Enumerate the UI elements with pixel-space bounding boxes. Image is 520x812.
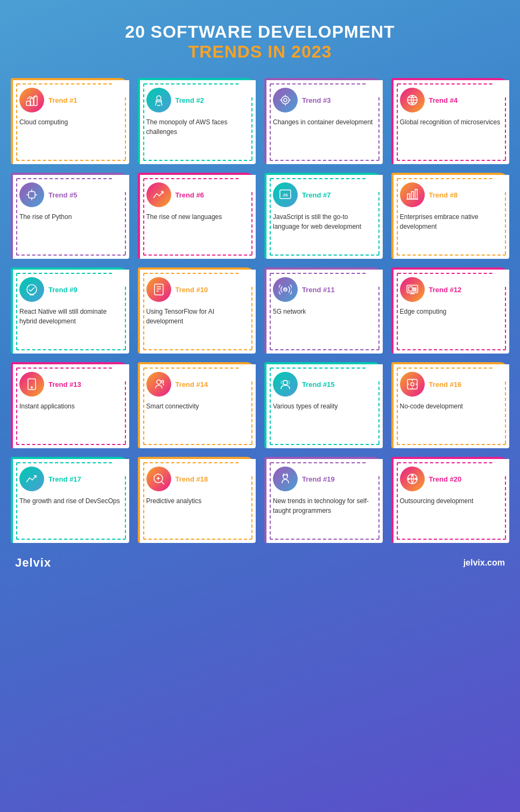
trend-label-4: Trend #4	[429, 96, 458, 104]
trend-desc-17: The growth and rise of DevSecOps	[19, 497, 123, 506]
trend-desc-20: Outsourcing development	[400, 497, 503, 506]
svg-text:5G: 5G	[284, 287, 287, 291]
svg-point-40	[411, 475, 413, 476]
card-header-1: Trend #1	[19, 88, 123, 112]
trend-label-9: Trend #9	[48, 286, 77, 294]
trend-desc-10: Using TensorFlow for AI development	[146, 307, 250, 326]
card-header-14: Trend #14	[146, 372, 250, 397]
trend-label-3: Trend #3	[302, 96, 331, 104]
svg-line-34	[161, 482, 164, 484]
card-header-16: Trend #16	[400, 372, 503, 397]
svg-rect-13	[415, 189, 417, 199]
svg-text:JS: JS	[283, 193, 288, 197]
trend-icon-10	[146, 277, 171, 302]
trend-card-11: 5G Trend #11 5G network	[264, 267, 383, 354]
trend-card-5: Trend #5 The rise of Python	[11, 173, 129, 259]
trend-label-6: Trend #6	[175, 191, 204, 199]
trend-icon-11: 5G	[273, 277, 298, 302]
trend-icon-9	[19, 277, 44, 302]
trend-icon-4	[400, 88, 425, 112]
trend-label-10: Trend #10	[175, 286, 208, 294]
trend-label-8: Trend #8	[429, 191, 458, 199]
svg-point-26	[31, 387, 32, 388]
trend-icon-17	[19, 467, 44, 491]
trend-label-16: Trend #16	[429, 380, 462, 389]
trend-desc-12: Edge computing	[400, 307, 503, 316]
card-header-18: Trend #18	[146, 467, 250, 491]
card-header-4: Trend #4	[400, 88, 503, 112]
trend-icon-12	[400, 277, 425, 302]
trend-card-12: Trend #12 Edge computing	[391, 267, 510, 354]
trend-label-14: Trend #14	[175, 380, 208, 389]
svg-rect-11	[407, 194, 410, 199]
svg-point-29	[283, 380, 287, 385]
svg-rect-22	[409, 287, 412, 291]
trend-label-11: Trend #11	[302, 286, 335, 294]
trend-card-18: Trend #18 Predictive analytics	[138, 457, 256, 543]
trend-desc-14: Smart connectivity	[146, 402, 250, 411]
card-header-7: JS Trend #7	[273, 182, 376, 207]
trend-label-19: Trend #19	[302, 475, 335, 483]
trend-label-18: Trend #18	[175, 475, 208, 483]
trend-icon-15	[273, 372, 298, 397]
card-header-17: Trend #17	[19, 467, 123, 491]
trend-card-9: Trend #9 React Native will still dominat…	[11, 267, 129, 354]
trend-card-19: Trend #19 New trends in technology for s…	[264, 457, 383, 543]
trend-desc-19: New trends in technology for self-taught…	[273, 497, 376, 516]
trend-card-6: Trend #6 The rise of new languages	[138, 173, 256, 259]
trend-label-2: Trend #2	[175, 96, 204, 104]
card-header-2: Trend #2	[146, 88, 250, 112]
trend-label-20: Trend #20	[429, 475, 462, 483]
svg-rect-4	[156, 100, 161, 102]
header-line1: 20 SOFTWARE DEVELOPMENT	[11, 22, 509, 42]
footer-logo: Jelvix	[15, 556, 51, 570]
card-header-5: Trend #5	[19, 182, 123, 207]
trend-card-7: JS Trend #7 JavaScript is still the go-t…	[264, 173, 383, 259]
trend-desc-15: Various types of reality	[273, 402, 376, 411]
trend-card-13: Trend #13 Instant applications	[11, 362, 129, 448]
svg-rect-15	[154, 284, 163, 295]
trend-desc-8: Enterprises embrace native development	[400, 213, 503, 231]
trend-card-10: Trend #10 Using TensorFlow for AI develo…	[138, 267, 256, 354]
trend-desc-5: The rise of Python	[19, 213, 123, 222]
svg-point-27	[157, 380, 161, 384]
trend-desc-2: The monopoly of AWS faces challenges	[146, 118, 250, 137]
trend-icon-19	[273, 467, 298, 491]
trend-desc-18: Predictive analytics	[146, 497, 250, 506]
header-line2: TRENDS IN 2023	[11, 42, 509, 62]
trends-grid: Trend #1 Cloud computing Trend #2 The mo…	[11, 78, 509, 543]
trend-desc-13: Instant applications	[19, 402, 123, 411]
trend-label-5: Trend #5	[48, 191, 77, 199]
trend-label-12: Trend #12	[429, 286, 462, 294]
trend-icon-16	[400, 372, 425, 397]
trend-label-17: Trend #17	[48, 475, 81, 483]
trend-label-15: Trend #15	[302, 380, 335, 389]
trend-desc-16: No-code development	[400, 402, 503, 411]
svg-point-5	[284, 98, 287, 102]
card-header-10: Trend #10	[146, 277, 250, 302]
trend-desc-3: Changes in container development	[273, 118, 376, 127]
card-header-15: Trend #15	[273, 372, 376, 397]
trend-desc-9: React Native will still dominate hybrid …	[19, 307, 123, 326]
trend-icon-7: JS	[273, 182, 298, 207]
page-footer: Jelvix jelvix.com	[11, 556, 509, 570]
svg-rect-24	[413, 290, 416, 291]
page-header: 20 SOFTWARE DEVELOPMENT TRENDS IN 2023	[11, 16, 509, 62]
svg-rect-8	[29, 192, 35, 198]
trend-label-13: Trend #13	[48, 380, 81, 389]
card-header-19: Trend #19	[273, 467, 376, 491]
svg-point-41	[415, 478, 417, 480]
trend-icon-20	[400, 467, 425, 491]
trend-card-14: Trend #14 Smart connectivity	[138, 362, 256, 448]
svg-point-32	[411, 383, 414, 386]
trend-icon-3	[273, 88, 298, 112]
card-header-11: 5G Trend #11	[273, 277, 376, 302]
trend-icon-8	[400, 182, 425, 207]
trend-card-2: Trend #2 The monopoly of AWS faces chall…	[138, 78, 256, 164]
trend-label-1: Trend #1	[48, 96, 77, 104]
svg-point-39	[407, 478, 409, 480]
trend-desc-1: Cloud computing	[19, 118, 123, 127]
trend-desc-11: 5G network	[273, 307, 376, 316]
card-header-6: Trend #6	[146, 182, 250, 207]
svg-rect-12	[411, 192, 413, 199]
